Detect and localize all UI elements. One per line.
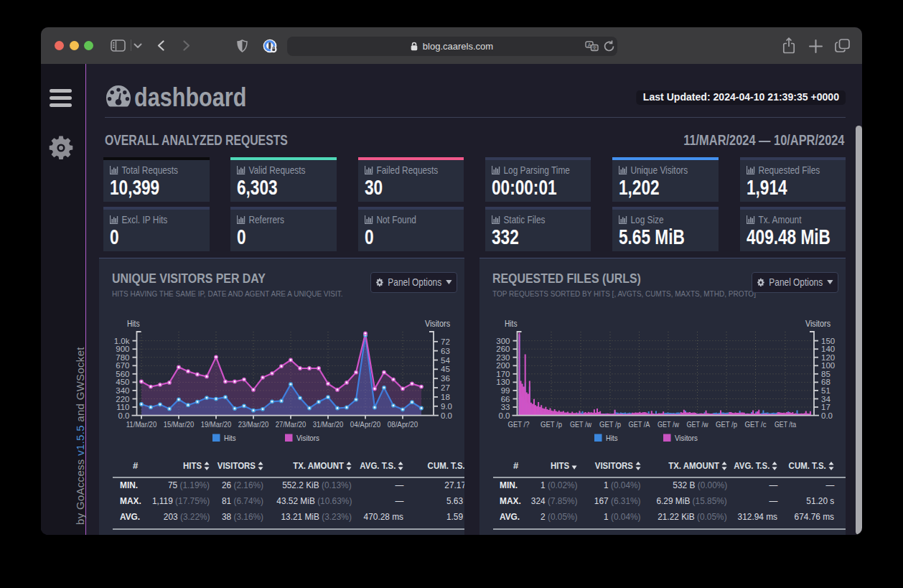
svg-text:GET /c: GET /c: [745, 420, 767, 429]
svg-text:36: 36: [441, 374, 450, 383]
svg-text:Hits: Hits: [127, 319, 140, 329]
svg-text:04/Apr/20: 04/Apr/20: [350, 420, 381, 429]
svg-text:0.0: 0.0: [499, 411, 510, 420]
svg-text:900: 900: [116, 345, 129, 353]
svg-text:300: 300: [496, 337, 510, 345]
svg-text:99: 99: [501, 386, 510, 395]
svg-text:450: 450: [116, 378, 129, 386]
svg-text:9.0: 9.0: [441, 402, 452, 411]
svg-text:Hits: Hits: [505, 319, 518, 329]
svg-text:33: 33: [501, 403, 510, 411]
svg-text:Visitors: Visitors: [425, 319, 450, 329]
svg-text:GET /A: GET /A: [629, 420, 650, 429]
svg-text:72: 72: [441, 337, 450, 346]
svg-text:GET /w: GET /w: [570, 420, 592, 429]
svg-text:GET /w: GET /w: [658, 420, 680, 429]
svg-text:Visitors: Visitors: [805, 319, 831, 329]
svg-text:560: 560: [116, 370, 129, 378]
svg-text:27/Mar/20: 27/Mar/20: [276, 420, 307, 429]
svg-text:34: 34: [821, 395, 831, 403]
svg-text:GET /p: GET /p: [541, 420, 562, 429]
svg-text:Hits: Hits: [224, 434, 236, 442]
svg-text:140: 140: [821, 345, 835, 353]
svg-text:230: 230: [496, 353, 510, 362]
svg-text:19/Mar/20: 19/Mar/20: [201, 420, 232, 429]
svg-text:200: 200: [496, 361, 510, 370]
svg-text:Hits: Hits: [606, 434, 618, 442]
svg-text:17: 17: [821, 403, 831, 411]
svg-text:GET /ta: GET /ta: [775, 420, 796, 429]
svg-text:27: 27: [441, 383, 450, 392]
svg-text:31/Mar/20: 31/Mar/20: [313, 420, 344, 429]
svg-text:260: 260: [496, 345, 510, 353]
svg-text:130: 130: [496, 378, 510, 386]
svg-text:120: 120: [821, 353, 835, 362]
svg-text:1.0k: 1.0k: [114, 337, 130, 345]
svg-text:18: 18: [441, 393, 450, 401]
svg-text:54: 54: [441, 356, 450, 365]
svg-text:85: 85: [821, 370, 831, 378]
svg-text:GET /p: GET /p: [599, 420, 621, 429]
svg-text:110: 110: [116, 403, 129, 411]
svg-text:08/Apr/20: 08/Apr/20: [388, 420, 418, 429]
svg-text:0.0: 0.0: [118, 411, 130, 420]
svg-text:Visitors: Visitors: [296, 434, 319, 442]
svg-text:63: 63: [441, 347, 450, 355]
svg-text:GET /?: GET /?: [508, 420, 530, 429]
svg-text:0.0: 0.0: [821, 411, 833, 420]
svg-text:GET /p: GET /p: [716, 420, 737, 429]
svg-text:Visitors: Visitors: [675, 434, 698, 442]
svg-text:340: 340: [116, 386, 129, 395]
svg-text:文: 文: [592, 45, 597, 50]
svg-text:GET /w: GET /w: [687, 420, 709, 429]
svg-text:670: 670: [116, 361, 129, 370]
svg-text:66: 66: [501, 395, 510, 403]
svg-text:11/Mar/20: 11/Mar/20: [126, 420, 157, 429]
svg-text:170: 170: [496, 370, 510, 378]
svg-text:220: 220: [116, 395, 129, 403]
svg-text:15/Mar/20: 15/Mar/20: [164, 420, 195, 429]
svg-text:100: 100: [821, 361, 835, 370]
svg-text:0.0: 0.0: [441, 411, 452, 420]
svg-text:51: 51: [821, 386, 831, 395]
svg-text:68: 68: [821, 378, 831, 386]
svg-text:150: 150: [821, 337, 835, 345]
svg-text:23/Mar/20: 23/Mar/20: [238, 420, 269, 429]
svg-text:45: 45: [441, 365, 450, 373]
svg-text:780: 780: [116, 353, 129, 362]
